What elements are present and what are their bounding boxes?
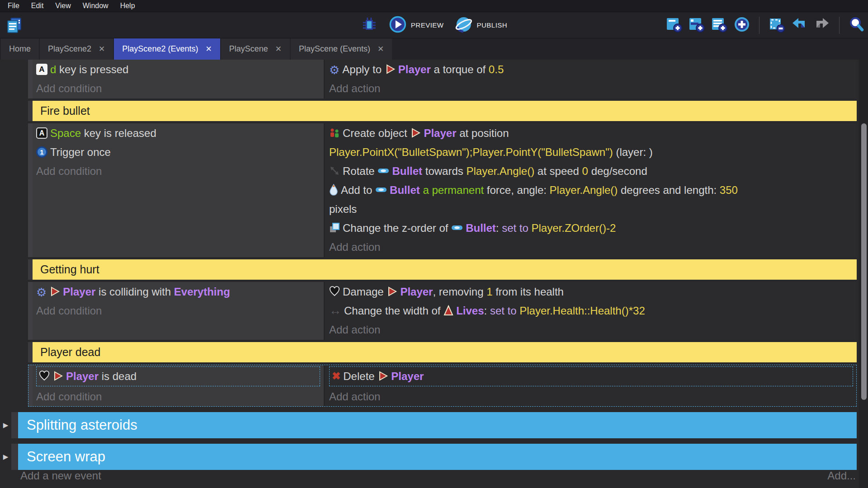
bullet-object-icon	[451, 224, 463, 231]
event-row[interactable]: ASpace key is released1Trigger onceAdd c…	[28, 123, 857, 257]
menu-help[interactable]: Help	[114, 2, 141, 10]
add-action-button[interactable]: Add action	[329, 238, 854, 257]
app-logo-icon	[5, 16, 24, 36]
actions-column: ⚙Apply to Player a torque of 0.5Add acti…	[325, 60, 857, 99]
row-drag-handle[interactable]	[28, 60, 33, 99]
event-row[interactable]: Ad key is pressedAdd condition⚙Apply to …	[28, 60, 857, 99]
keyboard-key-dark-icon: A	[36, 127, 47, 139]
add-action-button[interactable]: Add action	[329, 79, 854, 98]
player-object-icon	[49, 286, 60, 297]
action-item[interactable]: ⚙Apply to Player a torque of 0.5	[329, 60, 854, 79]
row-drag-handle[interactable]	[28, 365, 33, 407]
text-segment: Change the width of	[344, 305, 443, 317]
condition-item[interactable]: ASpace key is released	[36, 124, 321, 143]
menu-file[interactable]: File	[2, 2, 25, 10]
tab-home[interactable]: Home	[1, 38, 39, 60]
group-collapse-arrow-icon[interactable]: ▶	[0, 444, 11, 470]
preview-icon	[389, 15, 407, 35]
action-item[interactable]: Add to Bullet a permanent force, angle: …	[329, 181, 854, 219]
publish-button[interactable]: PUBLISH	[454, 15, 507, 35]
lives-object-icon	[443, 305, 453, 316]
text-segment: Add to	[341, 184, 375, 196]
event-row[interactable]: ⚙Player is colliding with EverythingAdd …	[28, 282, 857, 340]
physics-behavior-icon: ⚙	[329, 65, 340, 75]
add-button[interactable]: Add...	[827, 469, 856, 482]
tab-close-icon[interactable]: ✕	[377, 44, 384, 54]
add-condition-button[interactable]: Add condition	[36, 79, 321, 98]
condition-item[interactable]: Ad key is pressed	[36, 60, 321, 79]
width-resize-icon: ↔	[329, 305, 341, 316]
tab-playscene2[interactable]: PlayScene2✕	[40, 38, 113, 60]
add-circle-button[interactable]	[733, 16, 750, 35]
tab-close-icon[interactable]: ✕	[99, 44, 105, 54]
comment-bar[interactable]: Fire bullet	[33, 101, 857, 121]
text-segment: 0	[582, 165, 588, 177]
debugger-icon[interactable]	[361, 16, 378, 35]
text-segment: Space	[50, 127, 81, 139]
events-sheet: Ad key is pressedAdd condition⚙Apply to …	[0, 60, 868, 488]
text-segment: is colliding with	[95, 286, 174, 298]
comment-bar[interactable]: Getting hurt	[33, 259, 857, 280]
add-action-button[interactable]: Add action	[329, 387, 854, 406]
search-button[interactable]	[848, 16, 865, 35]
tab-close-icon[interactable]: ✕	[275, 44, 282, 54]
tab-label: Home	[9, 44, 31, 54]
tab-label: PlayScene (Events)	[299, 44, 370, 54]
action-item[interactable]: ↔Change the width of Lives: set to Playe…	[329, 301, 854, 320]
redo-button[interactable]	[813, 16, 830, 35]
row-drag-handle[interactable]	[28, 259, 33, 280]
add-action-button[interactable]: Add action	[329, 320, 854, 339]
new-subevent-button[interactable]	[688, 16, 705, 35]
condition-item[interactable]: 1Trigger once	[36, 143, 321, 162]
add-condition-button[interactable]: Add condition	[36, 162, 321, 181]
undo-button[interactable]	[791, 16, 808, 35]
new-comment-button[interactable]	[711, 16, 728, 35]
text-segment: Bullet	[392, 165, 422, 177]
text-segment: Player.ZOrder()-2	[532, 222, 616, 234]
action-item[interactable]: Damage Player, removing 1 from its healt…	[329, 282, 854, 301]
action-item[interactable]: Change the z-order of Bullet: set to Pla…	[329, 219, 854, 238]
keyboard-key-light-icon: A	[36, 64, 47, 75]
row-drag-handle[interactable]	[28, 342, 33, 362]
group-collapse-arrow-icon[interactable]: ▶	[0, 412, 11, 438]
delete-selection-button[interactable]	[768, 16, 785, 35]
row-drag-handle[interactable]	[28, 123, 33, 257]
text-segment: Player.Health::Health()*32	[519, 305, 645, 317]
action-item[interactable]: Rotate Bullet towards Player.Angle() at …	[329, 162, 854, 181]
comment-bar[interactable]: Player dead	[33, 342, 857, 362]
row-drag-handle[interactable]	[11, 412, 18, 438]
text-segment: a permanent	[423, 184, 484, 196]
tab-playscene-events[interactable]: PlayScene (Events)✕	[291, 38, 392, 60]
new-event-button[interactable]	[665, 16, 683, 35]
preview-button[interactable]: PREVIEW	[389, 15, 444, 35]
row-drag-handle[interactable]	[11, 444, 18, 470]
force-icon	[329, 184, 338, 196]
add-condition-button[interactable]: Add condition	[36, 387, 321, 406]
menu-edit[interactable]: Edit	[25, 2, 50, 10]
row-drag-handle[interactable]	[28, 282, 33, 340]
menu-view[interactable]: View	[49, 2, 76, 10]
text-segment: Delete	[343, 370, 377, 382]
tab-playscene[interactable]: PlayScene✕	[221, 38, 290, 60]
group-bar[interactable]: Splitting asteroids	[18, 412, 857, 438]
tab-playscene2-events[interactable]: PlayScene2 (Events)✕	[114, 38, 220, 60]
condition-item[interactable]: ⚙Player is colliding with Everything	[36, 282, 321, 301]
action-item[interactable]: ✖Delete Player	[329, 366, 853, 386]
menu-bar: FileEditViewWindowHelp	[0, 0, 868, 12]
health-heart-icon	[329, 286, 340, 297]
text-segment: force, angle:	[484, 184, 549, 196]
tab-close-icon[interactable]: ✕	[205, 44, 212, 54]
group-bar[interactable]: Screen wrap	[18, 444, 857, 470]
add-new-event-button[interactable]: Add a new event	[20, 469, 101, 482]
scrollbar-thumb[interactable]	[861, 123, 867, 400]
add-condition-button[interactable]: Add condition	[36, 301, 321, 320]
text-segment: 0.5	[489, 63, 504, 75]
row-drag-handle[interactable]	[28, 101, 33, 121]
action-item[interactable]: Create object Player at position Player.…	[329, 124, 854, 162]
toolbar: PREVIEW PUBLISH	[0, 12, 868, 38]
condition-item[interactable]: Player is dead	[36, 366, 320, 386]
zorder-icon	[329, 222, 340, 233]
event-row[interactable]: Player is deadAdd condition✖Delete Playe…	[28, 365, 857, 407]
menu-window[interactable]: Window	[77, 2, 114, 10]
bullet-object-icon	[377, 167, 389, 174]
